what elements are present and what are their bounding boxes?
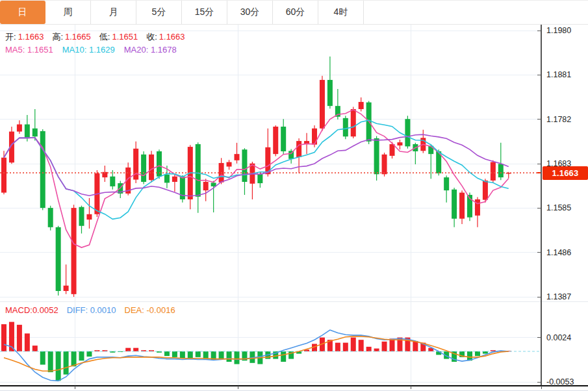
ma20-readout: MA20: 1.1678 bbox=[124, 45, 177, 55]
macd-bar bbox=[413, 341, 418, 351]
candle bbox=[164, 175, 170, 183]
low-label: 低: bbox=[99, 32, 110, 42]
high-value: 1.1665 bbox=[65, 32, 91, 42]
macd-bar bbox=[475, 351, 480, 356]
candle bbox=[1, 158, 6, 193]
macd-bar bbox=[172, 351, 177, 357]
macd-bar bbox=[374, 349, 379, 351]
macd-axis-label: 0.0024 bbox=[546, 333, 571, 342]
close-label: 收: bbox=[146, 32, 157, 42]
macd-bar bbox=[351, 338, 356, 351]
candle bbox=[227, 162, 232, 167]
macd-bar bbox=[196, 351, 201, 357]
candle bbox=[86, 214, 92, 220]
candle bbox=[79, 207, 84, 226]
macd-bar bbox=[343, 343, 348, 351]
candle bbox=[475, 199, 480, 216]
candle bbox=[327, 80, 333, 106]
candle bbox=[196, 144, 201, 197]
macd-bar bbox=[71, 351, 77, 366]
macd-bar bbox=[219, 351, 224, 359]
candle bbox=[320, 80, 325, 129]
close-value: 1.1663 bbox=[159, 32, 185, 42]
macd-bar bbox=[366, 347, 372, 351]
tab-15min[interactable]: 15分 bbox=[182, 1, 227, 24]
macd-bar bbox=[390, 338, 395, 351]
timeframe-tabbar: 日 周 月 5分 15分 30分 60分 4时 bbox=[0, 0, 588, 25]
tab-5min[interactable]: 5分 bbox=[136, 1, 182, 24]
price-axis-label: 1.1980 bbox=[546, 26, 571, 35]
candle bbox=[40, 131, 45, 208]
candle bbox=[397, 142, 402, 145]
tab-day[interactable]: 日 bbox=[0, 1, 45, 24]
kline-chart-app: 1.19801.18811.17821.16831.15851.14861.13… bbox=[0, 0, 588, 391]
open-value: 1.1663 bbox=[18, 32, 44, 42]
macd-bar bbox=[1, 324, 6, 351]
candle bbox=[444, 177, 449, 190]
candle bbox=[71, 208, 77, 294]
macd-bar bbox=[32, 346, 38, 351]
ohlc-legend: 开:1.1663高:1.1665低:1.1651收:1.1663 bbox=[5, 31, 194, 42]
candle bbox=[343, 118, 348, 136]
diff-readout: DIFF: 0.0010 bbox=[67, 305, 116, 315]
candle bbox=[351, 109, 356, 136]
tab-60min[interactable]: 60分 bbox=[273, 1, 318, 24]
price-axis-label: 1.1585 bbox=[546, 203, 571, 212]
macd-axis-label: -0.0053 bbox=[546, 377, 574, 386]
ma-legend: MA5: 1.1651MA10: 1.1629MA20: 1.1678 bbox=[5, 44, 186, 55]
candle bbox=[374, 138, 379, 174]
macd-bar bbox=[235, 351, 240, 364]
open-label: 开: bbox=[5, 32, 16, 42]
tab-week[interactable]: 周 bbox=[45, 1, 91, 24]
candle bbox=[483, 181, 488, 200]
last-price-badge: 1.1663 bbox=[543, 166, 588, 180]
candlestick-chart[interactable]: 1.19801.18811.17821.16831.15851.14861.13… bbox=[0, 0, 588, 391]
candle bbox=[141, 155, 146, 182]
candle bbox=[296, 141, 301, 157]
macd-bar bbox=[180, 351, 185, 359]
candle bbox=[203, 182, 209, 190]
candle bbox=[491, 162, 496, 181]
candle bbox=[110, 177, 115, 186]
low-value: 1.1651 bbox=[112, 32, 138, 42]
macd-bar bbox=[164, 351, 170, 356]
candle bbox=[257, 174, 262, 183]
ma10-line bbox=[4, 120, 509, 219]
candle bbox=[312, 129, 317, 145]
price-axis-label: 1.1782 bbox=[546, 115, 571, 124]
tab-4hour[interactable]: 4时 bbox=[318, 1, 364, 24]
candle bbox=[17, 125, 22, 132]
macd-bar bbox=[40, 351, 45, 364]
candle bbox=[149, 155, 154, 180]
tab-30min[interactable]: 30分 bbox=[227, 1, 273, 24]
macd-bar bbox=[133, 348, 138, 351]
candle bbox=[390, 144, 395, 156]
candle bbox=[273, 127, 278, 154]
candle bbox=[242, 149, 247, 182]
candle bbox=[172, 177, 177, 182]
macd-bar bbox=[359, 340, 364, 351]
candle bbox=[25, 125, 30, 138]
macd-bar bbox=[25, 333, 30, 351]
macd-bar bbox=[188, 351, 193, 359]
macd-legend: MACD:0.0052DIFF: 0.0010DEA: -0.0016 bbox=[5, 305, 175, 316]
candle bbox=[235, 154, 240, 160]
price-axis-label: 1.1387 bbox=[546, 292, 571, 301]
macd-readout: MACD:0.0052 bbox=[5, 305, 58, 315]
candle bbox=[405, 119, 410, 146]
macd-bar bbox=[335, 343, 340, 351]
candle bbox=[498, 164, 504, 177]
candle bbox=[48, 208, 53, 227]
price-axis-label: 1.1881 bbox=[546, 70, 571, 79]
candle bbox=[56, 227, 61, 291]
macd-bar bbox=[48, 351, 53, 372]
candle bbox=[452, 190, 457, 219]
macd-bar bbox=[281, 351, 286, 362]
price-axis-label: 1.1486 bbox=[546, 248, 571, 257]
tab-month[interactable]: 月 bbox=[91, 1, 136, 24]
macd-bar bbox=[56, 351, 61, 381]
candle bbox=[382, 155, 387, 174]
candle bbox=[32, 129, 38, 136]
candle bbox=[64, 286, 69, 291]
ma5-readout: MA5: 1.1651 bbox=[5, 45, 53, 55]
